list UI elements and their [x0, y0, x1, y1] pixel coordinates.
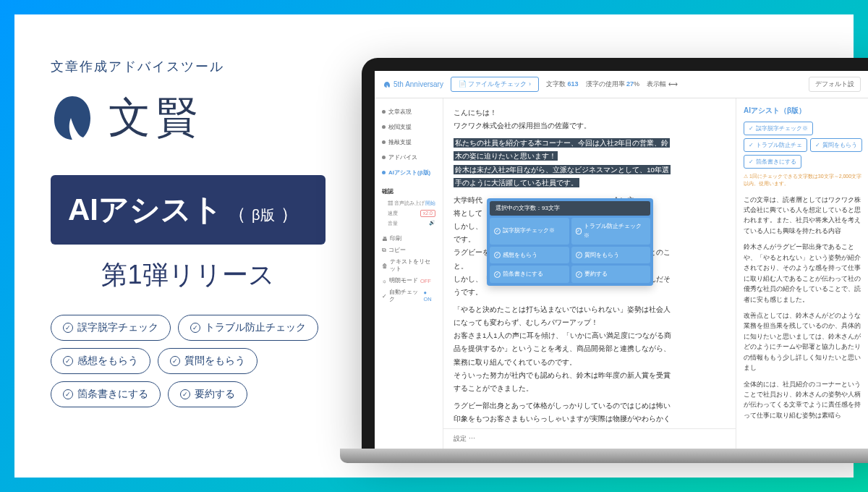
sidebar-item-revision[interactable]: 推敲支援 — [379, 135, 438, 150]
sidebar-speed[interactable]: 速度x2.0 — [379, 208, 438, 219]
sidebar-reset[interactable]: 🗑 テキストをリセット — [379, 256, 438, 275]
sidebar-print[interactable]: 🖶 印刷 — [379, 233, 438, 245]
sidebar-item-proofreading[interactable]: 校閲支援 — [379, 119, 438, 135]
popup-selection-count: 選択中の文字数：93文字 — [490, 201, 650, 216]
chip-summarize[interactable]: ✓要約する — [168, 381, 247, 407]
text-line-selected: 鈴木は未だ入社2年目ながら、立派なビジネスマンとして、10年選 — [454, 164, 726, 176]
text-line: することができました。 — [454, 383, 726, 394]
right-chip-bulletize[interactable]: ✓ 箇条書きにする — [744, 155, 801, 169]
sidebar-item-advice[interactable]: アドバイス — [379, 150, 438, 165]
text-line: になっても変わらず、むしろパワーアップ！ — [454, 317, 726, 328]
chip-trouble-check[interactable]: ✓トラブル防止チェック — [178, 315, 318, 341]
check-icon: ✓ — [190, 323, 200, 333]
text-line: そういった努力が社内でも認められ、鈴木は昨年度の新人賞を受賞 — [454, 370, 726, 381]
headline-box: AIアシスト （ β版 ） — [51, 175, 326, 245]
right-chip-questions[interactable]: ✓ 質問をもらう — [810, 138, 862, 152]
text-line-selected: 木の姿に迫りたいと思います！ — [454, 150, 726, 162]
headline-beta: β版 — [252, 205, 275, 225]
popup-summarize[interactable]: ✓要約する — [571, 266, 651, 283]
laptop-base — [340, 449, 868, 463]
right-note: ⚠ 1回にチェックできる文字数は30文字～2,000文字以内。使用います。 — [744, 173, 862, 187]
ai-assist-popup: 選択中の文字数：93文字 ✓誤字脱字チェック※ ✓トラブル防止チェック※ ✓感想… — [487, 198, 653, 286]
sidebar-volume[interactable]: 音量🔊 — [379, 219, 438, 229]
right-panel-title: AIアシスト（β版） — [744, 106, 862, 116]
popup-bulletize[interactable]: ✓箇条書きにする — [490, 266, 569, 283]
text-line: 業務に取り組んでくれているのです。 — [454, 357, 726, 368]
text-line: お客さま1人1人の声に耳を傾け、「いかに高い満足度につながる商 — [454, 330, 726, 342]
product-name: 文賢 — [109, 90, 204, 146]
chip-bulletize[interactable]: ✓箇条書きにする — [51, 381, 161, 407]
text-line: ワクワク株式会社の採用担当の佐藤です。 — [454, 120, 726, 132]
chip-get-questions[interactable]: ✓質問をもらう — [158, 348, 258, 374]
sidebar-item-ai-assist[interactable]: AIアシスト(β版) — [379, 165, 438, 180]
text-line: うです。 — [454, 287, 726, 298]
right-chip-typo[interactable]: ✓ 誤字脱字チェック※ — [744, 122, 813, 135]
file-check-button[interactable]: 📄 ファイルをチェック › — [451, 77, 539, 92]
right-para: 鈴木さんがラグビー部出身であることや、「やるとれない」という姿勢が紹介されており… — [744, 242, 862, 305]
sidebar-clear-mode[interactable]: ☼ 明朗モード OFF — [379, 275, 438, 287]
leaf-small-icon — [383, 81, 391, 88]
text-line-selected: 私たちの社員を紹介する本コーナー、今回は入社2年目の営業、鈴 — [454, 137, 726, 149]
text-line-selected: 手のように大活躍している社員です。 — [454, 177, 726, 189]
headline-paren-close: ） — [281, 203, 298, 226]
leaf-logo-icon — [51, 93, 94, 143]
app-sidebar: 文章表現 校閲支援 推敲支援 アドバイス AIアシスト(β版) 確認 ▦ 音声読… — [375, 98, 443, 449]
check-icon: ✓ — [63, 389, 73, 399]
tagline: 文章作成アドバイスツール — [51, 58, 326, 75]
right-para: この文章は、読者層としてはワクワク株式会社に興ている人を想定していると思われます… — [744, 195, 862, 237]
text-line: こんにちは！ — [454, 107, 726, 119]
popup-trouble-check[interactable]: ✓トラブル防止チェック※ — [571, 218, 651, 245]
right-para: 改善点としては、鈴木さんがどのような業務を担当果を残しているのか、具体的に知りた… — [744, 310, 862, 373]
text-line: ラグビー部出身とあって体格がしっかりしているのではじめは怖い — [454, 400, 726, 412]
laptop-mockup: 5th Anniversary 📄 ファイルをチェック › 文字数 613 漢字… — [362, 58, 868, 478]
display-width-stat: 表示幅 ⟷ — [647, 80, 678, 89]
text-line: 「やると決めたことは打ち込まないではいられない」姿勢は社会人 — [454, 304, 726, 315]
right-chip-trouble[interactable]: ✓ トラブル防止チェ — [744, 138, 807, 152]
right-para: 全体的には、社員紹介のコーナーということで社員おり、鈴木さんの姿勢や人柄が伝わっ… — [744, 379, 862, 421]
sidebar-tts[interactable]: ▦ 音声読み上げ開始 — [379, 198, 438, 208]
popup-typo-check[interactable]: ✓誤字脱字チェック※ — [490, 218, 569, 245]
editor-settings-bar[interactable]: 設定 ⋯ — [443, 428, 736, 449]
default-button[interactable]: デフォルト設 — [809, 77, 861, 92]
check-icon: ✓ — [180, 389, 190, 399]
sidebar-section-confirm: 確認 — [379, 184, 438, 198]
editor-area[interactable]: こんにちは！ ワクワク株式会社の採用担当の佐藤です。 私たちの社員を紹介する本コ… — [443, 98, 736, 449]
popup-get-feedback[interactable]: ✓感想をもらう — [490, 247, 569, 264]
text-line: 印象をもつお客さまもいらっしゃいますが実際は物腰がやわらかく — [454, 413, 726, 425]
anniversary-badge: 5th Anniversary — [383, 80, 443, 88]
chip-typo-check[interactable]: ✓誤字脱字チェック — [51, 315, 171, 341]
popup-get-questions[interactable]: ✓質問をもらう — [571, 247, 651, 264]
right-body: この文章は、読者層としてはワクワク株式会社に興ている人を想定していると思われます… — [744, 195, 862, 421]
check-icon: ✓ — [63, 323, 73, 333]
release-text: 第1弾リリース — [51, 258, 326, 293]
sidebar-item-expression[interactable]: 文章表現 — [379, 104, 438, 119]
sidebar-auto-check[interactable]: ✓ 自動チェック ● ON — [379, 287, 438, 305]
feature-chips: ✓誤字脱字チェック ✓トラブル防止チェック ✓感想をもらう ✓質問をもらう ✓箇… — [51, 315, 326, 407]
char-count-stat: 文字数 613 — [546, 80, 579, 89]
app-topbar: 5th Anniversary 📄 ファイルをチェック › 文字数 613 漢字… — [375, 71, 868, 98]
headline-paren-open: （ — [229, 203, 246, 226]
text-line: 品を提供するか」ということを考え、商品開発部と連携しながら、 — [454, 343, 726, 355]
sidebar-copy[interactable]: ⧉ コピー — [379, 245, 438, 256]
headline-main: AIアシスト — [68, 190, 223, 230]
check-icon: ✓ — [170, 356, 180, 366]
right-panel: AIアシスト（β版） ✓ 誤字脱字チェック※ ✓ トラブル防止チェ ✓ 質問をも… — [736, 98, 868, 449]
kanji-ratio-stat: 漢字の使用率 27% — [586, 80, 640, 89]
chip-get-feedback[interactable]: ✓感想をもらう — [51, 348, 150, 374]
check-icon: ✓ — [63, 356, 73, 366]
